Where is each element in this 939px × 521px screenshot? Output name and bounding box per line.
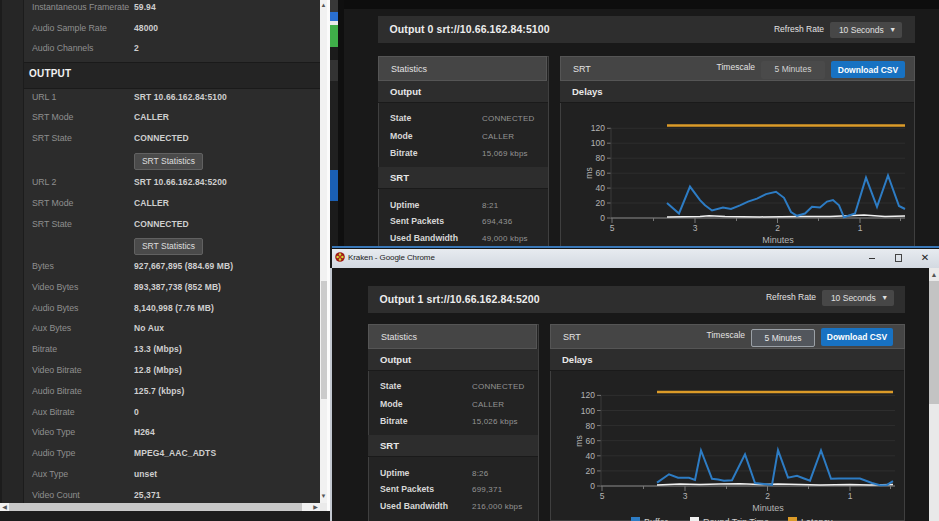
svg-text:5: 5 <box>600 491 605 501</box>
svg-text:1: 1 <box>858 223 863 233</box>
svg-text:100: 100 <box>581 406 595 416</box>
svg-text:20: 20 <box>596 198 606 208</box>
svg-text:40: 40 <box>596 183 606 193</box>
svg-text:3: 3 <box>693 223 698 233</box>
svg-text:1: 1 <box>848 491 853 501</box>
svg-text:80: 80 <box>596 153 606 163</box>
svg-text:60: 60 <box>586 436 596 446</box>
svg-text:5: 5 <box>610 223 615 233</box>
svg-text:2: 2 <box>775 223 780 233</box>
svg-text:ms: ms <box>574 435 584 446</box>
svg-text:0: 0 <box>590 481 595 491</box>
svg-text:120: 120 <box>591 123 605 133</box>
svg-text:Minutes: Minutes <box>762 235 794 245</box>
svg-text:ms: ms <box>584 167 594 178</box>
svg-text:2: 2 <box>765 491 770 501</box>
svg-text:Minutes: Minutes <box>752 503 784 513</box>
svg-text:60: 60 <box>596 168 606 178</box>
svg-text:40: 40 <box>586 451 596 461</box>
svg-text:3: 3 <box>683 491 688 501</box>
svg-text:120: 120 <box>581 390 595 400</box>
svg-text:100: 100 <box>591 138 605 148</box>
svg-text:20: 20 <box>586 466 596 476</box>
svg-text:0: 0 <box>600 213 605 223</box>
svg-text:80: 80 <box>586 421 596 431</box>
